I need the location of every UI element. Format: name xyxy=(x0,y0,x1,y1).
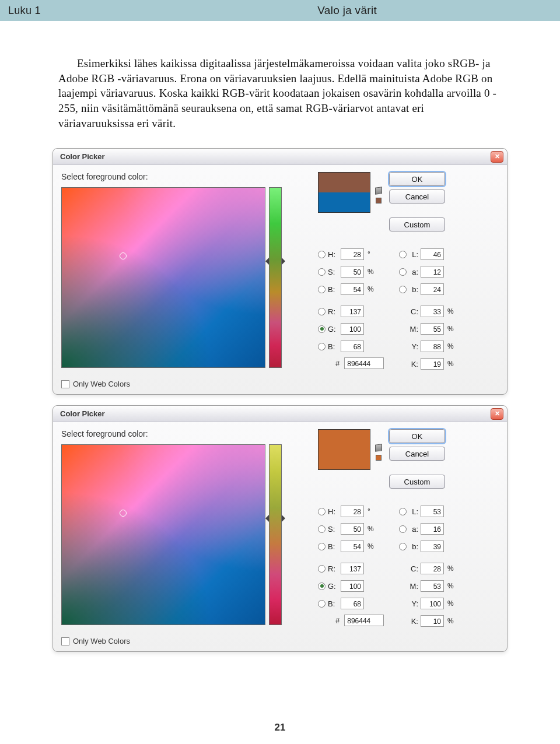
ok-button[interactable]: OK xyxy=(389,172,445,186)
l-input[interactable]: 46 xyxy=(421,248,444,260)
y-input[interactable]: 100 xyxy=(421,598,444,609)
slider-caret-icon xyxy=(265,258,269,265)
c-label: C: xyxy=(409,564,418,573)
g-label: G: xyxy=(328,582,338,591)
s-input[interactable]: 50 xyxy=(341,266,364,278)
h-input[interactable]: 28 xyxy=(341,506,364,517)
y-input[interactable]: 88 xyxy=(421,341,444,352)
s-radio[interactable] xyxy=(318,268,326,276)
r-radio[interactable] xyxy=(318,308,326,315)
l-input[interactable]: 53 xyxy=(421,506,444,517)
y-label: Y: xyxy=(409,599,418,608)
blue-input[interactable]: 68 xyxy=(341,341,364,352)
b2-input[interactable]: 39 xyxy=(421,541,444,552)
b2-label: b: xyxy=(409,285,418,294)
l-radio[interactable] xyxy=(399,251,407,258)
blue-radio[interactable] xyxy=(318,600,326,608)
pct-unit: % xyxy=(366,542,378,550)
slider-caret-icon xyxy=(265,515,269,522)
a-radio[interactable] xyxy=(399,268,407,276)
b2-input[interactable]: 24 xyxy=(421,283,444,295)
k-input[interactable]: 10 xyxy=(421,615,444,627)
value-fields: H: 28 ° L: 53 S: 50 % a: 16 xyxy=(318,503,499,626)
swatch-mini-icon[interactable] xyxy=(376,198,382,203)
hex-input[interactable]: 896444 xyxy=(344,615,384,626)
degree-unit: ° xyxy=(366,507,378,515)
a-input[interactable]: 16 xyxy=(421,523,444,535)
close-icon[interactable]: ✕ xyxy=(491,151,503,163)
only-web-colors-checkbox[interactable] xyxy=(61,637,69,645)
blue-radio[interactable] xyxy=(318,343,326,350)
pct-unit: % xyxy=(366,525,378,533)
s-input[interactable]: 50 xyxy=(341,523,364,535)
g-radio[interactable] xyxy=(318,325,326,333)
blue-label: B: xyxy=(328,342,338,351)
body-paragraph: Esimerkiksi lähes kaikissa digitaalissa … xyxy=(0,21,560,148)
hash-label: # xyxy=(335,359,340,368)
pct-unit: % xyxy=(446,599,458,608)
h-label: H: xyxy=(328,507,338,516)
pct-unit: % xyxy=(446,617,458,625)
m-label: M: xyxy=(409,582,418,591)
h-input[interactable]: 28 xyxy=(341,248,364,260)
g-input[interactable]: 100 xyxy=(341,580,364,592)
ok-button[interactable]: OK xyxy=(389,429,445,443)
b2-label: b: xyxy=(409,542,418,551)
l-radio[interactable] xyxy=(399,508,407,515)
degree-unit: ° xyxy=(366,250,378,258)
hex-input[interactable]: 896444 xyxy=(344,357,384,369)
hue-slider[interactable] xyxy=(269,444,282,625)
r-input[interactable]: 137 xyxy=(341,306,364,317)
color-field[interactable] xyxy=(61,187,265,368)
h-label: H: xyxy=(328,250,338,259)
k-input[interactable]: 19 xyxy=(421,358,444,370)
a-radio[interactable] xyxy=(399,525,407,533)
pct-unit: % xyxy=(446,307,458,315)
b-radio[interactable] xyxy=(318,286,326,293)
k-label: K: xyxy=(409,617,418,626)
r-input[interactable]: 137 xyxy=(341,563,364,574)
a-input[interactable]: 12 xyxy=(421,266,444,278)
s-label: S: xyxy=(328,268,338,276)
y-label: Y: xyxy=(409,342,418,351)
g-radio[interactable] xyxy=(318,582,326,590)
close-icon[interactable]: ✕ xyxy=(491,408,503,420)
h-radio[interactable] xyxy=(318,251,326,258)
m-input[interactable]: 53 xyxy=(421,580,444,592)
l-label: L: xyxy=(409,250,418,259)
titlebar: Color Picker ✕ xyxy=(53,406,507,422)
m-input[interactable]: 55 xyxy=(421,323,444,335)
s-radio[interactable] xyxy=(318,525,326,533)
chapter-label: Luku 1 xyxy=(8,5,41,17)
b-input[interactable]: 54 xyxy=(341,283,364,295)
hue-slider[interactable] xyxy=(269,187,282,368)
c-input[interactable]: 28 xyxy=(421,563,444,574)
cancel-button[interactable]: Cancel xyxy=(389,447,445,461)
swatch-mini-icon[interactable] xyxy=(376,455,382,461)
blue-input[interactable]: 68 xyxy=(341,598,364,609)
only-web-colors-checkbox[interactable] xyxy=(61,380,69,388)
color-field[interactable] xyxy=(61,444,265,625)
cube-icon[interactable] xyxy=(375,187,382,195)
hash-label: # xyxy=(335,616,340,625)
b-input[interactable]: 54 xyxy=(341,541,364,552)
b2-radio[interactable] xyxy=(399,286,407,293)
pct-unit: % xyxy=(366,285,378,293)
blue-label: B: xyxy=(328,599,338,608)
r-label: R: xyxy=(328,564,338,573)
g-input[interactable]: 100 xyxy=(341,323,364,335)
r-radio[interactable] xyxy=(318,565,326,573)
custom-button[interactable]: Custom xyxy=(389,217,445,231)
cube-icon[interactable] xyxy=(375,444,382,452)
a-label: a: xyxy=(409,525,418,534)
section-title: Valo ja värit xyxy=(317,4,377,17)
color-picker-dialog: Color Picker ✕ Select foreground color: xyxy=(52,148,508,395)
custom-button[interactable]: Custom xyxy=(389,475,445,489)
h-radio[interactable] xyxy=(318,508,326,515)
c-input[interactable]: 33 xyxy=(421,306,444,317)
only-web-colors-label: Only Web Colors xyxy=(73,380,130,388)
color-picker-dialog: Color Picker ✕ Select foreground color: xyxy=(52,405,508,652)
cancel-button[interactable]: Cancel xyxy=(389,189,445,203)
b2-radio[interactable] xyxy=(399,543,407,550)
b-radio[interactable] xyxy=(318,543,326,550)
